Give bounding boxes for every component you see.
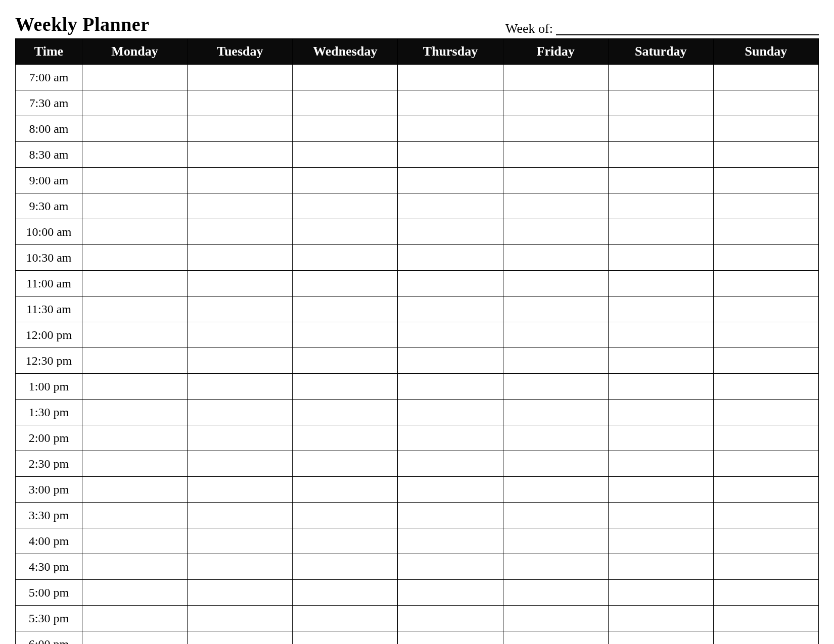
slot-cell[interactable] [608,219,713,245]
slot-cell[interactable] [398,116,503,142]
slot-cell[interactable] [713,168,818,193]
slot-cell[interactable] [398,631,503,645]
slot-cell[interactable] [293,271,398,296]
slot-cell[interactable] [293,503,398,528]
slot-cell[interactable] [398,271,503,296]
slot-cell[interactable] [188,219,293,245]
week-of-input-line[interactable] [556,23,819,35]
slot-cell[interactable] [503,400,608,425]
slot-cell[interactable] [82,400,188,425]
slot-cell[interactable] [503,90,608,116]
slot-cell[interactable] [608,554,713,580]
slot-cell[interactable] [713,348,818,374]
slot-cell[interactable] [713,90,818,116]
slot-cell[interactable] [82,168,188,193]
slot-cell[interactable] [188,142,293,168]
slot-cell[interactable] [398,65,503,90]
slot-cell[interactable] [398,554,503,580]
slot-cell[interactable] [503,631,608,645]
slot-cell[interactable] [608,271,713,296]
slot-cell[interactable] [82,631,188,645]
slot-cell[interactable] [188,554,293,580]
slot-cell[interactable] [293,168,398,193]
slot-cell[interactable] [293,219,398,245]
slot-cell[interactable] [713,425,818,451]
slot-cell[interactable] [503,65,608,90]
slot-cell[interactable] [82,374,188,400]
slot-cell[interactable] [713,503,818,528]
slot-cell[interactable] [608,168,713,193]
slot-cell[interactable] [398,451,503,477]
slot-cell[interactable] [188,296,293,322]
slot-cell[interactable] [293,348,398,374]
slot-cell[interactable] [608,374,713,400]
slot-cell[interactable] [188,116,293,142]
slot-cell[interactable] [293,580,398,606]
slot-cell[interactable] [398,606,503,631]
slot-cell[interactable] [293,322,398,348]
slot-cell[interactable] [503,503,608,528]
slot-cell[interactable] [82,116,188,142]
slot-cell[interactable] [713,142,818,168]
slot-cell[interactable] [293,451,398,477]
slot-cell[interactable] [503,554,608,580]
slot-cell[interactable] [608,245,713,271]
slot-cell[interactable] [82,503,188,528]
slot-cell[interactable] [398,580,503,606]
slot-cell[interactable] [503,271,608,296]
slot-cell[interactable] [608,400,713,425]
slot-cell[interactable] [503,142,608,168]
slot-cell[interactable] [503,580,608,606]
slot-cell[interactable] [608,477,713,503]
slot-cell[interactable] [713,296,818,322]
slot-cell[interactable] [503,193,608,219]
slot-cell[interactable] [188,400,293,425]
slot-cell[interactable] [713,65,818,90]
slot-cell[interactable] [398,528,503,554]
slot-cell[interactable] [398,348,503,374]
slot-cell[interactable] [82,477,188,503]
slot-cell[interactable] [188,580,293,606]
slot-cell[interactable] [503,296,608,322]
slot-cell[interactable] [398,193,503,219]
slot-cell[interactable] [188,528,293,554]
slot-cell[interactable] [188,322,293,348]
slot-cell[interactable] [188,477,293,503]
slot-cell[interactable] [293,90,398,116]
slot-cell[interactable] [608,142,713,168]
slot-cell[interactable] [398,296,503,322]
slot-cell[interactable] [503,477,608,503]
slot-cell[interactable] [82,65,188,90]
slot-cell[interactable] [82,90,188,116]
slot-cell[interactable] [82,528,188,554]
slot-cell[interactable] [188,374,293,400]
slot-cell[interactable] [503,451,608,477]
slot-cell[interactable] [293,631,398,645]
slot-cell[interactable] [713,219,818,245]
slot-cell[interactable] [398,400,503,425]
slot-cell[interactable] [293,606,398,631]
slot-cell[interactable] [608,90,713,116]
slot-cell[interactable] [82,219,188,245]
slot-cell[interactable] [293,116,398,142]
slot-cell[interactable] [608,65,713,90]
slot-cell[interactable] [293,245,398,271]
slot-cell[interactable] [713,631,818,645]
slot-cell[interactable] [503,116,608,142]
slot-cell[interactable] [503,374,608,400]
slot-cell[interactable] [503,245,608,271]
slot-cell[interactable] [398,374,503,400]
slot-cell[interactable] [713,554,818,580]
slot-cell[interactable] [82,451,188,477]
slot-cell[interactable] [713,271,818,296]
slot-cell[interactable] [713,322,818,348]
slot-cell[interactable] [713,400,818,425]
slot-cell[interactable] [188,271,293,296]
slot-cell[interactable] [82,193,188,219]
slot-cell[interactable] [82,296,188,322]
slot-cell[interactable] [713,580,818,606]
slot-cell[interactable] [293,425,398,451]
slot-cell[interactable] [82,606,188,631]
slot-cell[interactable] [608,116,713,142]
slot-cell[interactable] [608,580,713,606]
